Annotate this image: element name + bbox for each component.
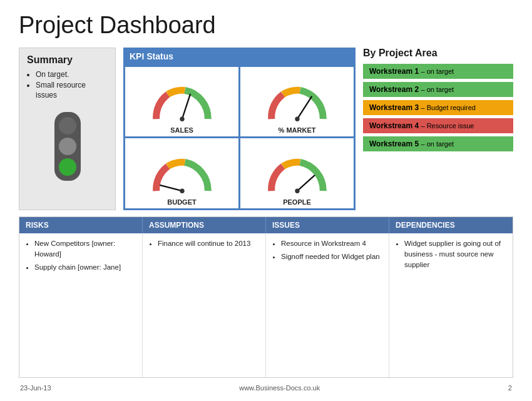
header-assumptions: ASSUMPTIONS xyxy=(143,217,266,233)
issue-1: Resource in Workstream 4 xyxy=(281,238,382,249)
issue-2: Signoff needed for Widget plan xyxy=(281,251,382,262)
light-red xyxy=(59,117,76,135)
svg-line-2 xyxy=(297,97,312,119)
workstream-1: Workstream 1 – on target xyxy=(363,64,513,79)
table-header: RISKS ASSUMPTIONS ISSUES DEPENDENCIES xyxy=(19,217,513,233)
header-issues: ISSUES xyxy=(266,217,389,233)
svg-line-6 xyxy=(297,175,315,191)
gauge-budget-label: BUDGET xyxy=(167,198,196,206)
header-risks: RISKS xyxy=(19,217,143,233)
page: Project Dashboard Summary On target. Sma… xyxy=(0,0,532,401)
top-section: Summary On target. Small resource issues… xyxy=(19,48,513,210)
workstream-4: Workstream 4 – Resource issue xyxy=(363,118,513,133)
kpi-status-box: KPI Status SALES xyxy=(123,48,356,210)
assumption-1: Finance will continue to 2013 xyxy=(158,238,259,249)
footer-date: 23-Jun-13 xyxy=(20,384,51,392)
workstream-4-status: – Resource issue xyxy=(421,122,474,129)
traffic-light-body xyxy=(54,112,81,181)
footer-page: 2 xyxy=(508,384,512,392)
bottom-table: RISKS ASSUMPTIONS ISSUES DEPENDENCIES Ne… xyxy=(19,216,513,378)
traffic-light xyxy=(27,112,108,181)
workstream-2: Workstream 2 – on target xyxy=(363,82,513,97)
project-area: By Project Area Workstream 1 – on target… xyxy=(363,48,513,210)
gauge-people-svg xyxy=(263,153,332,197)
project-area-title: By Project Area xyxy=(363,48,513,59)
gauge-people: PEOPLE xyxy=(240,138,354,208)
workstream-2-status: – on target xyxy=(421,86,454,93)
kpi-header: KPI Status xyxy=(123,48,356,65)
dependency-1: Widget supplier is going out of business… xyxy=(404,238,506,271)
workstream-3: Workstream 3 – Budget required xyxy=(363,100,513,115)
footer-website: www.Business-Docs.co.uk xyxy=(239,384,320,392)
workstream-4-name: Workstream 4 xyxy=(369,121,419,130)
light-green xyxy=(59,158,76,176)
workstream-1-name: Workstream 1 xyxy=(369,67,419,76)
table-body: New Competitors [owner: Howard] Supply c… xyxy=(19,233,513,377)
gauge-people-label: PEOPLE xyxy=(283,198,311,206)
risk-2: Supply chain [owner: Jane] xyxy=(34,262,136,273)
gauge-market: % MARKET xyxy=(240,67,354,137)
gauge-sales-label: SALES xyxy=(170,126,193,134)
svg-point-1 xyxy=(180,117,184,121)
footer: 23-Jun-13 www.Business-Docs.co.uk 2 xyxy=(19,384,513,392)
workstream-5-status: – on target xyxy=(421,140,454,148)
gauge-market-svg xyxy=(263,81,332,125)
kpi-grid: SALES % MARKET xyxy=(123,65,356,210)
gauge-sales-svg xyxy=(148,81,217,125)
summary-bullet-1: On target. xyxy=(36,69,108,80)
workstream-5-name: Workstream 5 xyxy=(369,140,419,148)
cell-risks: New Competitors [owner: Howard] Supply c… xyxy=(19,233,143,377)
page-title: Project Dashboard xyxy=(19,13,513,39)
summary-box: Summary On target. Small resource issues xyxy=(19,48,116,210)
gauge-budget-svg xyxy=(148,153,217,197)
svg-point-5 xyxy=(180,188,184,193)
workstream-list: Workstream 1 – on target Workstream 2 – … xyxy=(363,64,513,151)
workstream-2-name: Workstream 2 xyxy=(369,85,419,94)
gauge-budget: BUDGET xyxy=(125,138,238,208)
summary-bullet-2: Small resource issues xyxy=(36,80,108,101)
workstream-3-name: Workstream 3 xyxy=(369,103,419,112)
gauge-sales: SALES xyxy=(125,67,238,137)
cell-issues: Resource in Workstream 4 Signoff needed … xyxy=(266,233,389,377)
gauge-market-label: % MARKET xyxy=(279,126,316,134)
workstream-5: Workstream 5 – on target xyxy=(363,136,513,151)
cell-dependencies: Widget supplier is going out of business… xyxy=(389,233,513,377)
header-dependencies: DEPENDENCIES xyxy=(389,217,513,233)
risk-1: New Competitors [owner: Howard] xyxy=(34,238,136,260)
light-amber xyxy=(59,138,76,155)
svg-line-4 xyxy=(160,185,182,191)
summary-title: Summary xyxy=(27,54,108,66)
workstream-1-status: – on target xyxy=(421,68,454,75)
svg-point-7 xyxy=(295,188,299,193)
svg-line-0 xyxy=(182,94,190,119)
summary-bullets: On target. Small resource issues xyxy=(27,69,108,101)
workstream-3-status: – Budget required xyxy=(421,104,476,111)
svg-point-3 xyxy=(295,117,299,121)
cell-assumptions: Finance will continue to 2013 xyxy=(143,233,266,377)
